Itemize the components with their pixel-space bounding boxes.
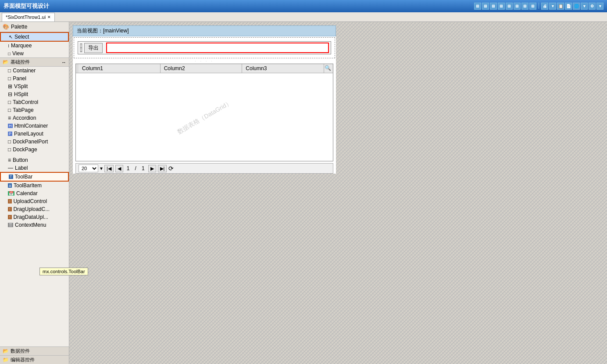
palette-item-dockpanelport[interactable]: □ DockPanelPort — [0, 138, 69, 146]
htmlcontainer-label: HtmlContainer — [14, 123, 48, 129]
palette-item-accordion[interactable]: ≡ Accordion — [0, 114, 69, 122]
label-label: Label — [15, 165, 28, 171]
palette-item-toolbar[interactable]: T ToolBar — [0, 172, 69, 182]
icon-grid8[interactable]: ⊞ — [529, 3, 536, 10]
select-label: Select — [14, 34, 29, 40]
icon-grid7[interactable]: ⊞ — [521, 3, 528, 10]
first-page-button[interactable]: |◀ — [104, 165, 114, 172]
dockpanelport-label: DockPanelPort — [13, 139, 48, 145]
calendar-icon: 📅 — [8, 191, 14, 196]
palette-item-view[interactable]: □ View — [0, 50, 69, 57]
palette-item-marquee[interactable]: ⁞ Marquee — [0, 42, 69, 50]
icon-grid6[interactable]: ⊞ — [514, 3, 521, 10]
button-icon: ≡ — [8, 157, 11, 163]
icon-grid5[interactable]: ⊞ — [506, 3, 513, 10]
dropdown-arrow[interactable]: ▾ — [549, 3, 556, 10]
pagination-bar: 20 50 100 ▾ |◀ ◀ 1 / 1 ▶ ▶| ⟳ — [75, 163, 333, 174]
section-basic[interactable]: 📂 基础控件 ↔ — [0, 57, 69, 67]
tab-main[interactable]: *SixDontThrow1.ui ✕ — [2, 13, 55, 21]
draguploadc-icon: ↑ — [8, 207, 12, 211]
export-button[interactable]: 导出 — [84, 43, 103, 53]
palette-item-dockpage[interactable]: □ DockPage — [0, 146, 69, 153]
palette-item-dragdataupl[interactable]: ↑ DragDataUpl... — [0, 213, 69, 221]
icon-print[interactable]: 🖨 — [541, 3, 548, 10]
container-label: Container — [13, 68, 36, 74]
icon-grid1[interactable]: ⊞ — [474, 3, 481, 10]
palette-item-tabcontrol[interactable]: □ TabControl — [0, 98, 69, 106]
palette-item-container[interactable]: □ Container — [0, 67, 69, 75]
palette-item-hsplit[interactable]: ⊟ HSplit — [0, 90, 69, 98]
last-page-button[interactable]: ▶| — [158, 165, 167, 172]
dockpage-icon: □ — [8, 146, 11, 153]
collapse-icon: ↔ — [61, 60, 66, 65]
palette-item-panel[interactable]: □ Panel — [0, 75, 69, 82]
datagrid-col-3: Column3 — [242, 64, 324, 73]
palette-item-panellayout[interactable]: P PanelLayout — [0, 130, 69, 138]
palette-title: Palette — [11, 24, 27, 30]
palette-item-calendar[interactable]: 📅 Calendar — [0, 189, 69, 197]
palette-item-button[interactable]: ≡ Button — [0, 156, 69, 164]
palette-item-tabpage[interactable]: □ TabPage — [0, 106, 69, 114]
dockpage-label: DockPage — [13, 146, 37, 153]
palette-item-contextmenu[interactable]: ☰ ContextMenu — [0, 221, 69, 229]
palette-item-select[interactable]: ↖ Select — [0, 32, 69, 42]
datagrid-col-1: Column1 — [79, 64, 161, 73]
vsplit-icon: ⊞ — [8, 83, 12, 89]
icon-paste[interactable]: 📄 — [565, 3, 572, 10]
prev-page-button[interactable]: ◀ — [115, 165, 123, 172]
select-cursor-icon: ↖ — [9, 34, 13, 40]
separator — [539, 3, 539, 9]
htmlcontainer-icon: H — [8, 124, 13, 128]
tabpage-icon: □ — [8, 107, 11, 113]
icon-globe[interactable]: 🌐 — [573, 3, 580, 10]
tabcontrol-icon: □ — [8, 99, 11, 105]
current-page: 1 — [125, 165, 132, 171]
toolbar-widget-area: 导出 — [74, 37, 335, 58]
draguploadc-label: DragUploadC... — [14, 206, 50, 212]
palette-icon: 🎨 — [3, 24, 9, 30]
contextmenu-icon: ☰ — [8, 223, 13, 227]
section-data[interactable]: 📂 数据控件 — [0, 346, 69, 355]
palette-item-uploadcontrol[interactable]: ↑ UploadControl — [0, 197, 69, 205]
tooltip-text: mx.controls.ToolBar — [43, 269, 85, 274]
basic-folder-icon: 📂 — [3, 59, 9, 65]
title-bar: 界面模型可视设计 ⊞ ⊞ ⊞ ⊞ ⊞ ⊞ ⊞ ⊞ 🖨 ▾ 📋 📄 🌐 ▾ ⚙ ▾ — [0, 0, 607, 12]
palette-item-vsplit[interactable]: ⊞ VSplit — [0, 82, 69, 90]
panellayout-label: PanelLayout — [14, 131, 43, 137]
palette-item-label[interactable]: — Label — [0, 164, 69, 172]
next-page-button[interactable]: ▶ — [148, 165, 156, 172]
datagrid-watermark: 数据表格（DataGrid） — [175, 97, 233, 136]
toolbaritem-label: ToolBarItem — [14, 182, 42, 189]
view-header: 当前视图：[mainView] — [73, 25, 336, 36]
icon-grid2[interactable]: ⊞ — [482, 3, 489, 10]
toolbar-icon: T — [9, 175, 13, 179]
icon-copy[interactable]: 📋 — [557, 3, 564, 10]
toolbar-input-field[interactable] — [106, 43, 329, 53]
palette-item-toolbaritem[interactable]: a ToolBarItem — [0, 182, 69, 189]
hsplit-icon: ⊟ — [8, 91, 12, 97]
resize-handle-top[interactable]: · · · · — [74, 59, 335, 62]
datagrid-search-area: 🔍 — [324, 64, 333, 73]
settings-dropdown[interactable]: ▾ — [596, 3, 603, 10]
calendar-label: Calendar — [16, 190, 38, 196]
icon-grid3[interactable]: ⊞ — [490, 3, 497, 10]
page-size-dropdown-icon: ▾ — [100, 165, 103, 171]
palette-item-draguploadc[interactable]: ↑ DragUploadC... — [0, 205, 69, 213]
icon-grid4[interactable]: ⊞ — [498, 3, 505, 10]
palette-item-htmlcontainer[interactable]: H HtmlContainer — [0, 122, 69, 130]
refresh-icon[interactable]: ⟳ — [168, 165, 174, 172]
section-editor[interactable]: 📁 编辑器控件 — [0, 355, 69, 364]
basic-section-label: 基础控件 — [11, 59, 30, 65]
total-pages: 1 — [140, 165, 146, 171]
view-label: 当前视图：[mainView] — [77, 27, 129, 35]
contextmenu-label: ContextMenu — [15, 222, 46, 228]
toolbar-widget: 导出 — [78, 41, 331, 54]
icon-settings[interactable]: ⚙ — [589, 3, 596, 10]
page-size-select[interactable]: 20 50 100 — [79, 164, 98, 172]
toolbar-label: ToolBar — [15, 174, 33, 180]
globe-dropdown[interactable]: ▾ — [581, 3, 588, 10]
tab-close-button[interactable]: ✕ — [47, 15, 51, 19]
search-icon[interactable]: 🔍 — [325, 65, 331, 71]
accordion-icon: ≡ — [8, 115, 11, 121]
tabcontrol-label: TabControl — [13, 99, 38, 105]
